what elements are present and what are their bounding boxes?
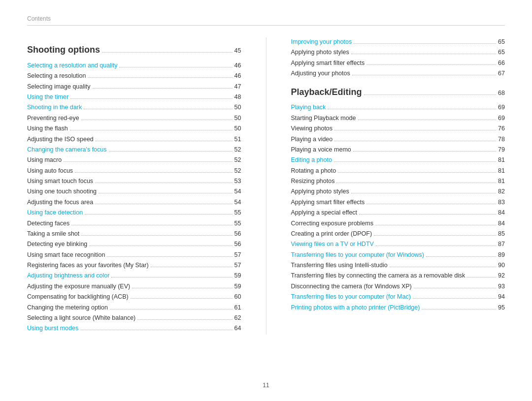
toc-dots <box>366 64 496 65</box>
toc-dots <box>132 288 232 288</box>
toc-entry: Selecting a resolution and quality 46 <box>27 61 241 70</box>
toc-number: 83 <box>498 198 505 207</box>
toc-number: 60 <box>234 292 241 302</box>
toc-number: 62 <box>234 313 241 323</box>
toc-label: Applying a special effect <box>291 208 358 217</box>
toc-number: 64 <box>234 324 241 333</box>
toc-number: 76 <box>498 124 505 133</box>
toc-label: Using burst modes <box>27 324 78 333</box>
toc-entry: Using the flash 50 <box>27 124 241 133</box>
page-number: 11 <box>263 382 269 389</box>
toc-number: 65 <box>498 37 505 47</box>
toc-dots <box>80 330 232 330</box>
toc-entry: Transferring files by connecting the cam… <box>291 271 505 280</box>
toc-number: 94 <box>498 292 505 302</box>
toc-dots <box>375 225 496 225</box>
toc-label: Adjusting your photos <box>291 69 350 78</box>
toc-number: 57 <box>234 261 241 270</box>
section-title-row: Shooting options 45 <box>27 43 241 60</box>
toc-label: Using the timer <box>27 93 68 102</box>
toc-entry: Rotating a photo 81 <box>291 166 505 176</box>
toc-label: Transferring files to your computer (for… <box>291 292 411 302</box>
section-title-number: 68 <box>498 89 505 98</box>
toc-number: 69 <box>498 114 505 123</box>
toc-number: 84 <box>498 219 505 228</box>
toc-label: Registering faces as your favorites (My … <box>27 261 149 270</box>
toc-number: 66 <box>498 59 505 68</box>
toc-dots <box>426 256 496 257</box>
toc-entry: Detecting faces 55 <box>27 219 241 228</box>
toc-entry: Applying smart filter effects 66 <box>291 59 505 68</box>
toc-label: Adjusting the focus area <box>27 198 93 207</box>
toc-entry: Playing a video 78 <box>291 135 505 144</box>
page-container: Contents Shooting options 45 Selecting a… <box>0 0 532 401</box>
toc-dots <box>137 319 232 320</box>
toc-label: Using smart touch focus <box>27 177 93 186</box>
toc-dots <box>70 130 233 130</box>
toc-number: 81 <box>498 155 505 165</box>
toc-number: 67 <box>498 69 505 78</box>
toc-entry: Detecting eye blinking 56 <box>27 240 241 249</box>
toc-number: 84 <box>498 208 505 217</box>
toc-entry: Adjusting the exposure manually (EV) 59 <box>27 282 241 291</box>
toc-dots <box>376 246 496 246</box>
toc-number: 92 <box>498 271 505 280</box>
toc-number: 87 <box>498 240 505 249</box>
toc-entry: Playing back 69 <box>291 103 505 112</box>
toc-entry: Taking a smile shot 56 <box>27 229 241 239</box>
toc-label: Viewing files on a TV or HDTV <box>291 240 374 249</box>
column-divider <box>266 37 266 335</box>
toc-number: 52 <box>234 145 241 154</box>
toc-dots <box>102 52 233 53</box>
toc-dots <box>89 246 232 246</box>
toc-entry: Playing a voice memo 79 <box>291 145 505 154</box>
toc-label: Preventing red-eye <box>27 114 79 123</box>
toc-label: Using one touch shooting <box>27 187 97 196</box>
toc-dots <box>70 98 233 99</box>
toc-entry: Changing the metering option 61 <box>27 303 241 312</box>
toc-entry: Resizing photos 81 <box>291 177 505 186</box>
toc-number: 95 <box>498 303 505 312</box>
toc-label: Applying photo styles <box>291 48 349 57</box>
toc-number: 54 <box>234 198 241 207</box>
toc-number: 52 <box>234 155 241 165</box>
toc-label: Playing a voice memo <box>291 145 351 154</box>
toc-number: 78 <box>498 135 505 144</box>
toc-dots <box>328 109 496 109</box>
toc-entry: Viewing photos 76 <box>291 124 505 133</box>
toc-entry: Selecting a light source (White balance)… <box>27 313 241 323</box>
toc-entry: Applying smart filter effects 83 <box>291 198 505 207</box>
toc-number: 56 <box>234 240 241 249</box>
toc-label: Applying smart filter effects <box>291 198 365 207</box>
toc-label: Selecting a light source (White balance) <box>27 313 135 323</box>
toc-dots <box>95 183 233 183</box>
toc-dots <box>338 172 496 173</box>
toc-dots <box>99 193 233 193</box>
toc-dots <box>351 54 496 54</box>
toc-entry: Using auto focus 52 <box>27 166 241 176</box>
toc-dots <box>81 235 232 236</box>
toc-label: Adjusting the ISO speed <box>27 135 94 144</box>
toc-number: 50 <box>234 103 241 112</box>
toc-label: Disconnecting the camera (for Windows XP… <box>291 282 412 291</box>
toc-dots <box>390 267 496 267</box>
toc-number: 59 <box>234 271 241 280</box>
toc-label: Changing the camera's focus <box>27 145 107 154</box>
toc-label: Transferring files to your computer (for… <box>291 250 424 260</box>
toc-number: 89 <box>498 250 505 260</box>
toc-entry: Applying photo styles 82 <box>291 187 505 196</box>
toc-dots <box>366 204 496 204</box>
toc-entry: Changing the camera's focus 52 <box>27 145 241 154</box>
toc-entry: Starting Playback mode 69 <box>291 114 505 123</box>
toc-content: Shooting options 45 Selecting a resoluti… <box>27 37 505 335</box>
toc-label: Selecting a resolution <box>27 71 86 81</box>
toc-dots <box>71 225 232 225</box>
toc-number: 56 <box>234 229 241 239</box>
toc-label: Selecting image quality <box>27 82 91 92</box>
page-header: Contents <box>27 15 505 26</box>
header-title: Contents <box>27 15 51 22</box>
toc-dots <box>374 235 496 236</box>
toc-dots <box>110 309 233 309</box>
toc-number: 52 <box>234 166 241 176</box>
toc-entry: Adjusting the focus area 54 <box>27 198 241 207</box>
